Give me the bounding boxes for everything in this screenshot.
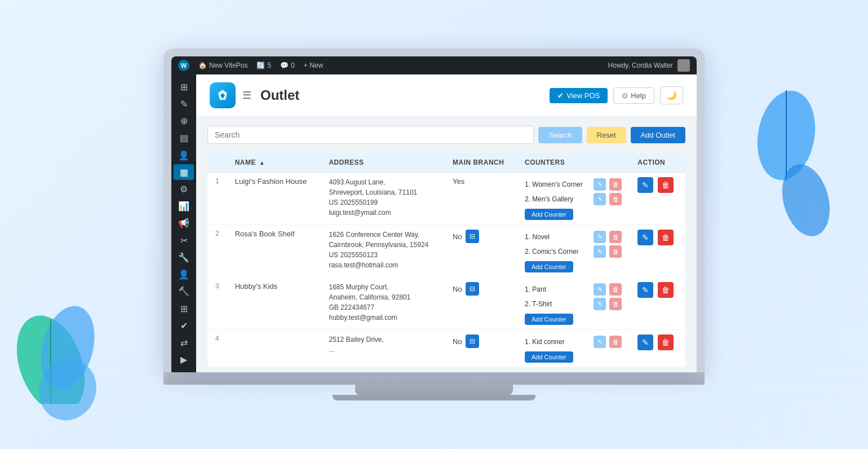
main-branch-toggle-button[interactable]: ⊟ xyxy=(466,282,479,296)
counter-edit-button[interactable]: ✎ xyxy=(594,298,606,310)
row-action: ✎🗑 xyxy=(630,278,685,330)
counter-delete-button[interactable]: 🗑 xyxy=(609,231,622,243)
row-delete-button[interactable]: 🗑 xyxy=(658,230,674,245)
counter-row: 1. Pant✎🗑 xyxy=(525,282,622,297)
row-main-branch: No⊟ xyxy=(445,278,517,330)
counter-edit-button[interactable]: ✎ xyxy=(594,231,606,243)
sidebar-icon-pencil[interactable]: ✎ xyxy=(174,96,194,112)
row-counters: 1. Women's Corner✎🗑2. Men's Gallery✎🗑Add… xyxy=(517,173,630,225)
admin-avatar xyxy=(677,59,690,72)
sidebar-icon-people[interactable]: 👤 xyxy=(174,147,194,163)
sidebar-icon-user[interactable]: 👤 xyxy=(174,267,194,283)
main-branch-toggle-button[interactable]: ⊟ xyxy=(466,334,479,348)
table-row: 42512 Bailey Drive, ...No⊟1. Kid conner✎… xyxy=(207,330,685,368)
sidebar-icon-play[interactable]: ▶ xyxy=(174,352,194,368)
outlet-table: NAME ▲ ADDRESS MAIN BRANCH xyxy=(207,153,685,367)
counter-delete-button[interactable]: 🗑 xyxy=(609,193,622,205)
sidebar-icon-speaker[interactable]: 📢 xyxy=(174,215,194,231)
counter-delete-button[interactable]: 🗑 xyxy=(609,336,622,348)
sidebar-icon-pos[interactable]: ▦ xyxy=(174,164,194,180)
counter-row: 2. Comic's Corner✎🗑 xyxy=(525,244,622,259)
sidebar-icon-grid[interactable]: ⊞ xyxy=(174,301,194,316)
sidebar-icon-check[interactable]: ✔ xyxy=(174,318,194,333)
admin-bar-comments[interactable]: 💬 0 xyxy=(280,61,295,69)
sort-arrow-name: ▲ xyxy=(259,160,265,166)
search-input[interactable] xyxy=(207,126,534,144)
reset-button[interactable]: Reset xyxy=(587,127,626,143)
counter-edit-button[interactable]: ✎ xyxy=(594,193,606,205)
counter-edit-button[interactable]: ✎ xyxy=(594,178,606,191)
sidebar-icon-scissors[interactable]: ✂ xyxy=(174,232,194,248)
sidebar-icon-settings[interactable]: ⚙ xyxy=(174,181,194,197)
add-counter-button[interactable]: Add Counter xyxy=(525,351,573,363)
page-header-left: ☰ Outlet xyxy=(210,82,299,108)
help-button[interactable]: ⊙ Help xyxy=(613,87,654,104)
action-buttons: ✎🗑 xyxy=(637,282,677,298)
main-branch-toggle-wrap: No⊟ xyxy=(453,230,509,243)
search-button[interactable]: Search xyxy=(538,127,582,143)
sidebar-icon-chart[interactable]: 📊 xyxy=(174,199,194,214)
sidebar-icon-monitor[interactable]: ▤ xyxy=(174,130,194,146)
row-delete-button[interactable]: 🗑 xyxy=(658,334,674,350)
add-outlet-button[interactable]: Add Outlet xyxy=(631,127,685,143)
sidebar-icon-dashboard[interactable]: ⊞ xyxy=(174,79,194,95)
col-counters: COUNTERS xyxy=(517,153,630,173)
col-name[interactable]: NAME ▲ xyxy=(227,153,321,173)
row-delete-button[interactable]: 🗑 xyxy=(658,177,674,193)
counter-delete-button[interactable]: 🗑 xyxy=(609,245,622,258)
col-main-branch: MAIN BRANCH xyxy=(445,153,517,173)
comment-icon: 💬 xyxy=(280,61,289,69)
row-counters: 1. Novel✎🗑2. Comic's Corner✎🗑Add Counter xyxy=(517,225,630,278)
page-header-right: ✔ View POS ⊙ Help 🌙 xyxy=(550,86,683,104)
counter-delete-button[interactable]: 🗑 xyxy=(609,178,622,191)
sidebar-icon-transfer[interactable]: ⇄ xyxy=(174,335,194,351)
row-number: 3 xyxy=(207,278,227,330)
laptop-foot xyxy=(333,395,535,400)
laptop-screen: W 🏠 New VitePos 🔄 5 💬 0 + New Howdy, xyxy=(163,49,705,372)
add-counter-button[interactable]: Add Counter xyxy=(525,261,573,272)
sidebar-icon-hammer[interactable]: 🔨 xyxy=(174,284,194,300)
main-branch-toggle-button[interactable]: ⊟ xyxy=(466,230,479,243)
row-address: 1685 Murphy Court, Anaheim, California, … xyxy=(321,278,445,330)
table-row: 2Rosa's Book Shelf1626 Conference Center… xyxy=(207,225,685,278)
row-address: 1626 Conference Center Way, Cairnbrook, … xyxy=(321,225,445,278)
add-counter-button[interactable]: Add Counter xyxy=(525,209,573,220)
wp-logo: W xyxy=(178,60,189,71)
action-buttons: ✎🗑 xyxy=(637,334,677,350)
add-counter-button[interactable]: Add Counter xyxy=(525,314,573,325)
admin-bar-new[interactable]: + New xyxy=(304,61,323,69)
row-edit-button[interactable]: ✎ xyxy=(637,334,653,350)
row-address: 4093 August Lane, Shreveport, Louisiana,… xyxy=(321,173,445,225)
row-delete-button[interactable]: 🗑 xyxy=(658,282,674,298)
laptop-wrapper: W 🏠 New VitePos 🔄 5 💬 0 + New Howdy, xyxy=(158,49,710,400)
hamburger-icon[interactable]: ☰ xyxy=(242,89,251,102)
row-edit-button[interactable]: ✎ xyxy=(637,230,653,245)
sidebar-icon-wrench[interactable]: 🔧 xyxy=(174,249,194,265)
admin-bar-site[interactable]: 🏠 New VitePos xyxy=(198,61,247,69)
row-edit-button[interactable]: ✎ xyxy=(637,177,653,193)
counter-delete-button[interactable]: 🗑 xyxy=(609,298,622,310)
counter-name: 1. Kid conner xyxy=(525,338,590,346)
admin-bar: W 🏠 New VitePos 🔄 5 💬 0 + New Howdy, xyxy=(171,56,697,74)
counter-edit-button[interactable]: ✎ xyxy=(594,336,606,348)
main-layout: ⊞ ✎ ⊕ ▤ 👤 ▦ ⚙ 📊 📢 ✂ 🔧 👤 🔨 ⊞ ✔ ⇄ ▶ xyxy=(171,74,697,372)
counter-row: 1. Women's Corner✎🗑 xyxy=(525,177,622,192)
admin-bar-updates[interactable]: 🔄 5 xyxy=(256,61,271,69)
counter-edit-button[interactable]: ✎ xyxy=(594,245,606,258)
counter-delete-button[interactable]: 🗑 xyxy=(609,283,622,296)
counter-row: 2. Men's Gallery✎🗑 xyxy=(525,192,622,206)
row-action: ✎🗑 xyxy=(630,225,685,278)
page-header: ☰ Outlet ✔ View POS ⊙ Help xyxy=(196,74,697,117)
row-action: ✎🗑 xyxy=(630,330,685,368)
dark-mode-toggle[interactable]: 🌙 xyxy=(660,86,683,104)
table-row: 3Hubby's Kids1685 Murphy Court, Anaheim,… xyxy=(207,278,685,330)
row-edit-button[interactable]: ✎ xyxy=(637,282,653,298)
row-counters: 1. Kid conner✎🗑Add Counter xyxy=(517,330,630,368)
counter-row: 1. Novel✎🗑 xyxy=(525,230,622,244)
sidebar-icon-tag[interactable]: ⊕ xyxy=(174,113,194,129)
counter-edit-button[interactable]: ✎ xyxy=(594,283,606,296)
row-name: Luigi's Fashion House xyxy=(227,173,321,225)
action-buttons: ✎🗑 xyxy=(637,230,677,245)
row-name xyxy=(227,330,321,368)
view-pos-button[interactable]: ✔ View POS xyxy=(550,88,608,103)
